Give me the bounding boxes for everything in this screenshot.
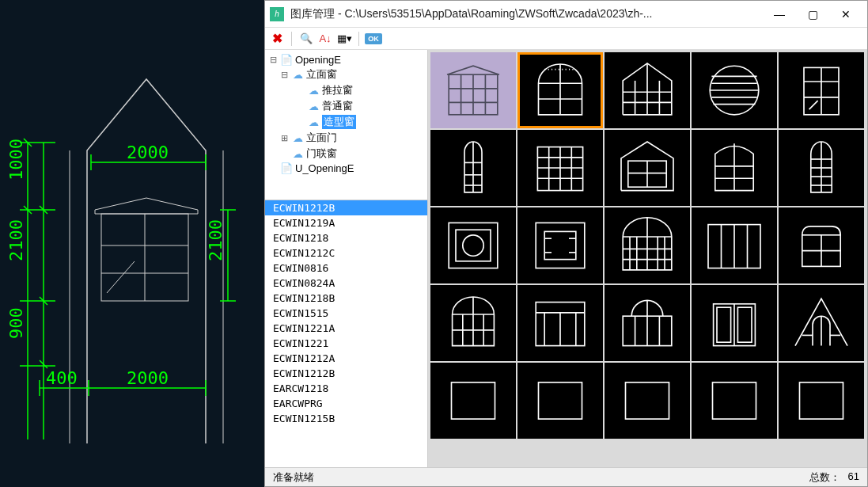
thumbnail[interactable]: [517, 285, 603, 361]
thumbnail[interactable]: [779, 52, 864, 128]
list-item[interactable]: ECWIN1221: [265, 336, 427, 351]
maximize-button[interactable]: ▢: [796, 3, 829, 25]
thumbnail[interactable]: [430, 207, 516, 283]
tree-item[interactable]: 📄U_OpeningE: [265, 162, 427, 175]
thumbnail[interactable]: [692, 130, 777, 206]
svg-line-52: [809, 101, 818, 109]
app-icon: h: [270, 7, 284, 21]
list-item[interactable]: EARCW1218: [265, 381, 427, 396]
thumbnail[interactable]: [692, 363, 777, 439]
tree-item[interactable]: ☁门联窗: [265, 146, 427, 162]
thumbnail[interactable]: [605, 363, 690, 439]
dim-2000a: 2000: [127, 143, 169, 162]
dim-2000b: 2000: [127, 368, 169, 388]
close-button[interactable]: ✕: [829, 3, 862, 25]
status-text: 准备就绪: [273, 470, 809, 485]
list-item[interactable]: ECWIN0816: [265, 261, 427, 276]
dim-400: 400: [46, 368, 78, 388]
list-item[interactable]: ECWIN1215B: [265, 411, 427, 426]
list-item[interactable]: ECWIN1515: [265, 306, 427, 321]
window-title: 图库管理 - C:\Users\53515\AppData\Roaming\ZW…: [290, 7, 763, 21]
list-item[interactable]: ECWIN1212B: [265, 366, 427, 381]
toolbar: ✖ 🔍 A↓ ▦▾ OK: [265, 28, 867, 50]
ok-button[interactable]: OK: [366, 32, 381, 46]
svg-line-4: [107, 261, 135, 293]
search-button[interactable]: 🔍: [299, 32, 313, 46]
thumbnail[interactable]: [430, 130, 516, 206]
thumbnail[interactable]: [692, 285, 777, 361]
list-item[interactable]: ECWIN1219A: [265, 215, 427, 230]
thumbnail[interactable]: [779, 285, 864, 361]
statusbar: 准备就绪 总数： 61: [265, 467, 867, 486]
svg-rect-122: [626, 382, 669, 419]
thumbnail[interactable]: [517, 52, 603, 128]
list-item[interactable]: EARCWPRG: [265, 396, 427, 411]
list-item[interactable]: ECWIN1212B: [265, 200, 427, 215]
svg-rect-115: [717, 307, 731, 342]
svg-rect-120: [452, 382, 495, 419]
thumbnail[interactable]: [517, 130, 603, 206]
delete-button[interactable]: ✖: [270, 32, 284, 46]
minimize-button[interactable]: —: [763, 3, 796, 25]
dim-2100b: 2100: [206, 219, 226, 261]
svg-rect-123: [713, 382, 756, 419]
list-item[interactable]: ECWIN1221A: [265, 321, 427, 336]
dim-1000: 1000: [6, 139, 26, 181]
list-item[interactable]: ECWIN1212C: [265, 245, 427, 261]
tree-item[interactable]: ⊟📄OpeningE: [265, 53, 427, 67]
thumbnail[interactable]: [779, 130, 864, 206]
thumbnail[interactable]: [692, 207, 777, 283]
svg-point-77: [463, 235, 483, 256]
tree-item[interactable]: ⊟☁立面窗: [265, 67, 427, 82]
thumbnail[interactable]: [430, 363, 516, 439]
list-item[interactable]: ECWIN0824A: [265, 276, 427, 291]
tree-item[interactable]: ☁推拉窗: [265, 82, 427, 98]
tree-item[interactable]: ⊞☁立面门: [265, 130, 427, 146]
thumbnail[interactable]: [692, 52, 777, 128]
category-tree[interactable]: ⊟📄OpeningE⊟☁立面窗☁推拉窗☁普通窗☁造型窗⊞☁立面门☁门联窗📄U_O…: [265, 50, 427, 200]
list-item[interactable]: ECWIN1218: [265, 230, 427, 245]
thumbnail[interactable]: [430, 285, 516, 361]
tree-item[interactable]: ☁普通窗: [265, 98, 427, 114]
svg-rect-121: [539, 382, 582, 419]
svg-rect-124: [800, 382, 843, 419]
total-value: 61: [848, 470, 859, 485]
thumbnail[interactable]: [605, 52, 690, 128]
thumbnail[interactable]: [430, 52, 516, 128]
thumbnail[interactable]: [517, 363, 603, 439]
thumbnail[interactable]: [779, 207, 864, 283]
dim-900: 900: [6, 307, 26, 339]
layout-button[interactable]: ▦▾: [337, 32, 351, 46]
separator: [358, 32, 359, 46]
sort-button[interactable]: A↓: [318, 32, 332, 46]
list-item[interactable]: ECWIN1218B: [265, 291, 427, 306]
separator: [291, 32, 292, 46]
thumbnail[interactable]: [517, 207, 603, 283]
total-label: 总数：: [809, 470, 840, 485]
block-list[interactable]: ECWIN1212BECWIN1219AECWIN1218ECWIN1212CE…: [265, 200, 427, 467]
titlebar[interactable]: h 图库管理 - C:\Users\53515\AppData\Roaming\…: [265, 1, 867, 28]
thumbnail[interactable]: [605, 285, 690, 361]
thumbnail-grid[interactable]: [428, 50, 867, 467]
svg-rect-79: [544, 231, 576, 259]
svg-rect-78: [536, 223, 585, 268]
list-item[interactable]: ECWIN1212A: [265, 351, 427, 366]
thumbnail[interactable]: [779, 363, 864, 439]
dim-2100a: 2100: [6, 219, 26, 261]
library-manager-dialog: h 图库管理 - C:\Users\53515\AppData\Roaming\…: [264, 0, 868, 487]
thumbnail[interactable]: [605, 130, 690, 206]
svg-rect-116: [737, 307, 752, 342]
tree-item[interactable]: ☁造型窗: [265, 114, 427, 130]
thumbnail[interactable]: [605, 207, 690, 283]
